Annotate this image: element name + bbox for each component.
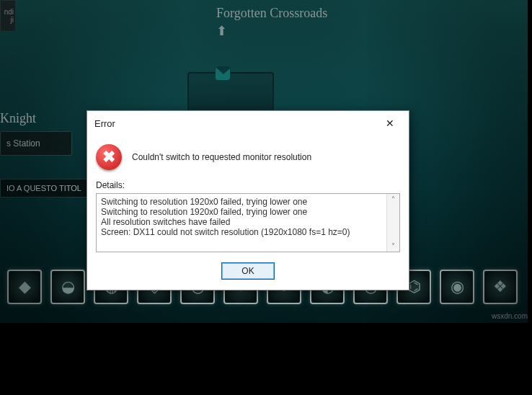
top-left-l2: ji	[11, 16, 14, 24]
error-dialog: Error ✕ ✖ Couldn't switch to requested m…	[87, 110, 409, 290]
charm-slot[interactable]: ❖	[483, 270, 518, 304]
top-left-chip: ndi ji	[0, 0, 16, 32]
charm-slot[interactable]: ◉	[440, 270, 474, 304]
black-bar-bottom	[0, 323, 532, 395]
source-watermark: wsxdn.com	[492, 312, 528, 320]
area-title: Forgotten Crossroads	[216, 6, 327, 21]
details-scrollbar[interactable]: ˄ ˅	[386, 194, 399, 252]
charm-slot[interactable]: ◒	[50, 270, 85, 304]
top-left-l1: ndi	[4, 8, 14, 16]
details-label: Details:	[96, 180, 400, 190]
dialog-titlebar[interactable]: Error ✕	[87, 111, 409, 136]
details-text[interactable]: Switching to resolution 1920x0 failed, t…	[97, 194, 386, 252]
details-box: Switching to resolution 1920x0 failed, t…	[96, 193, 400, 252]
error-glyph: ✖	[102, 148, 115, 167]
sidebar-title: Knight	[0, 111, 36, 126]
sidebar-chip-station[interactable]: s Station	[0, 131, 72, 156]
sidebar-chip-lower[interactable]: IO A QUESTO TITOL	[0, 179, 88, 198]
ok-button[interactable]: OK	[221, 262, 275, 280]
button-row: OK	[96, 262, 400, 280]
station-label: s Station	[6, 138, 40, 148]
scroll-up-icon[interactable]: ˄	[391, 195, 395, 203]
error-icon: ✖	[96, 144, 122, 170]
mask-icon: ⬆	[216, 23, 227, 39]
black-bar-right	[528, 0, 532, 395]
close-button[interactable]: ✕	[376, 114, 404, 133]
message-row: ✖ Couldn't switch to requested monitor r…	[96, 144, 400, 170]
dialog-title: Error	[94, 118, 376, 129]
scroll-down-icon[interactable]: ˅	[391, 242, 395, 250]
error-message: Couldn't switch to requested monitor res…	[132, 152, 311, 162]
close-icon: ✕	[386, 117, 394, 129]
dialog-body: ✖ Couldn't switch to requested monitor r…	[87, 136, 409, 290]
ok-label: OK	[241, 266, 254, 276]
charm-slot[interactable]: ◆	[7, 270, 42, 304]
mail-icon	[215, 66, 231, 81]
lower-label: IO A QUESTO TITOL	[6, 184, 81, 192]
